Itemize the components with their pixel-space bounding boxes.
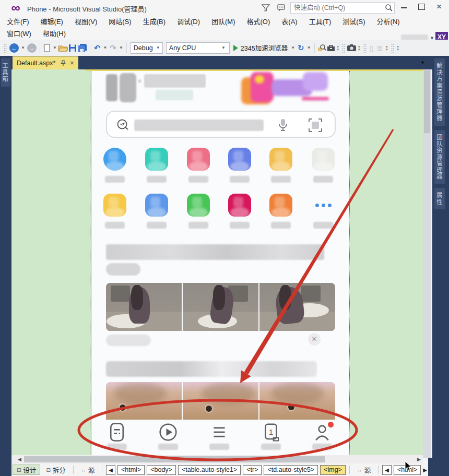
right-rail-tab-2[interactable]: 属性 (434, 188, 445, 209)
toolbox-icon[interactable] (326, 44, 336, 52)
tab-close-icon[interactable]: × (70, 60, 74, 66)
tag-chip-4[interactable]: <td.auto-style5> (264, 465, 318, 475)
toolbox-tab[interactable]: 工具箱 (1, 58, 10, 87)
app-icon[interactable] (269, 148, 292, 171)
horizontal-scrollbar[interactable]: ◀ ▶ (11, 455, 423, 463)
source-view-button-2[interactable]: ↔ 源 (353, 465, 375, 475)
menu-item-10[interactable]: 测试(S) (337, 16, 371, 28)
back-dropdown-icon[interactable]: ▼ (21, 45, 25, 50)
send-feedback-icon[interactable] (277, 3, 286, 13)
menu-item-1[interactable]: 编辑(E) (35, 16, 69, 28)
quick-launch-input[interactable] (291, 4, 384, 11)
tag-chip-1[interactable]: <body> (147, 465, 176, 475)
solution-platform-combo[interactable]: Any CPU▼ (166, 42, 230, 54)
tag-chip-3[interactable]: <tr> (243, 465, 262, 475)
vertical-scrollbar[interactable] (423, 69, 431, 458)
toolbar-grip[interactable] (4, 43, 7, 53)
app-icon[interactable] (228, 194, 251, 217)
menu-item-4[interactable]: 生成(B) (137, 16, 171, 28)
tag-chip-5[interactable]: <img> (320, 465, 346, 475)
pin-icon[interactable] (60, 60, 66, 66)
save-button[interactable] (68, 43, 77, 53)
scroll-left-icon[interactable]: ◀ (18, 457, 21, 462)
menu-item-row2-1[interactable]: 帮助(H) (37, 28, 72, 40)
search-bar[interactable] (106, 111, 336, 138)
navigate-back-button[interactable]: ← (9, 43, 19, 53)
app-icon[interactable] (145, 194, 168, 217)
screenshot-camera-icon[interactable] (347, 44, 357, 52)
tag-chip-2[interactable]: <table.auto-style1> (178, 465, 241, 475)
nav-tabs-icon[interactable]: 1 (261, 422, 281, 443)
tag-chip-0[interactable]: <html> (117, 465, 145, 475)
horizontal-scrollbar-thumb[interactable] (24, 456, 325, 462)
app-icon[interactable] (103, 194, 126, 217)
menu-item-6[interactable]: 团队(M) (206, 16, 241, 28)
vertical-scrollbar-thumb[interactable] (424, 70, 430, 133)
nav-news-feed-icon[interactable] (107, 422, 127, 443)
app-icon[interactable] (312, 148, 335, 171)
refresh-dropdown-icon[interactable]: ▼ (307, 45, 311, 50)
menu-item-2[interactable]: 视图(V) (69, 16, 103, 28)
toolbar-grip[interactable] (363, 43, 367, 53)
document-tab[interactable]: Default.aspx* × (13, 56, 78, 69)
quick-launch-box[interactable] (290, 2, 395, 14)
design-surface[interactable]: ✕ (11, 69, 423, 455)
toolbar-grip[interactable] (391, 43, 394, 53)
minimize-button[interactable] (396, 0, 411, 14)
tab-list-dropdown-icon[interactable]: ▼ (420, 60, 425, 65)
app-icon[interactable] (187, 148, 210, 171)
toolbar-overflow-icon[interactable]: ▾▾ (386, 45, 388, 51)
video-frame-girl-dog-1[interactable] (106, 283, 182, 331)
tag-nav-left-icon[interactable]: ◀ (382, 465, 392, 475)
refresh-button[interactable]: ↻ (298, 43, 304, 53)
toolbar-grip[interactable] (342, 43, 345, 53)
new-file-button[interactable] (42, 43, 52, 53)
menu-item-0[interactable]: 文件(F) (1, 16, 35, 28)
image-squirrel-1[interactable] (106, 382, 182, 420)
headline-blurred[interactable] (106, 361, 317, 377)
image-squirrel-2[interactable] (183, 382, 258, 420)
nav-video-icon[interactable] (158, 422, 179, 443)
video-frame-girl-dog-3[interactable] (259, 283, 335, 331)
design-view-button[interactable]: ⊡ 设计 (13, 465, 40, 475)
undo-dropdown-icon[interactable]: ▼ (103, 45, 107, 50)
headline-blurred[interactable] (106, 244, 324, 260)
app-icon[interactable] (103, 148, 126, 171)
menu-item-5[interactable]: 调试(D) (171, 16, 206, 28)
more-apps-icon[interactable] (312, 194, 335, 217)
open-file-button[interactable] (58, 43, 68, 53)
menu-item-11[interactable]: 分析(N) (371, 16, 406, 28)
navigate-forward-button[interactable]: → (27, 43, 37, 53)
scroll-right-icon[interactable]: ▶ (417, 457, 421, 462)
app-icon[interactable] (145, 148, 168, 171)
feedback-funnel-icon[interactable] (261, 3, 270, 13)
browser-dropdown-icon[interactable]: ▼ (291, 45, 295, 50)
close-button[interactable]: × (431, 0, 447, 14)
menu-item-3[interactable]: 网站(S) (103, 16, 137, 28)
start-debug-button[interactable]: 2345加速浏览器 (233, 43, 288, 53)
tag-nav-left-icon[interactable]: ◀ (106, 465, 115, 475)
maximize-button[interactable] (413, 0, 429, 14)
app-icon[interactable] (187, 194, 210, 217)
app-icon[interactable] (269, 194, 292, 217)
redo-dropdown-icon[interactable]: ▼ (119, 45, 123, 50)
tag-nav-right-icon[interactable]: ▶ (423, 467, 427, 473)
toolbar-overflow-icon[interactable]: ▾▾ (397, 45, 399, 51)
menu-item-7[interactable]: 格式(O) (241, 16, 276, 28)
scan-qr-icon[interactable] (308, 117, 323, 133)
menu-item-row2-0[interactable]: 窗口(W) (1, 28, 37, 40)
toolbar-overflow-icon[interactable]: ▾▾ (358, 45, 360, 51)
solution-configuration-combo[interactable]: Debug▼ (131, 42, 163, 54)
image-squirrel-3[interactable] (259, 382, 335, 420)
microphone-icon[interactable] (276, 117, 290, 133)
right-rail-tab-1[interactable]: 团队资源管理器 (434, 130, 445, 184)
toolbar-overflow-icon[interactable]: ▾▾ (337, 45, 339, 51)
new-file-dropdown-icon[interactable]: ▼ (53, 45, 57, 50)
redo-button[interactable]: ↷ (110, 43, 116, 53)
video-frame-girl-dog-2[interactable] (183, 283, 258, 331)
app-icon[interactable] (228, 148, 251, 171)
split-view-button[interactable]: ⊟ 拆分 (42, 465, 69, 475)
right-rail-tab-0[interactable]: 解决方案资源管理器 (434, 58, 445, 126)
undo-button[interactable]: ↶ (94, 43, 101, 53)
save-all-button[interactable] (77, 43, 88, 53)
